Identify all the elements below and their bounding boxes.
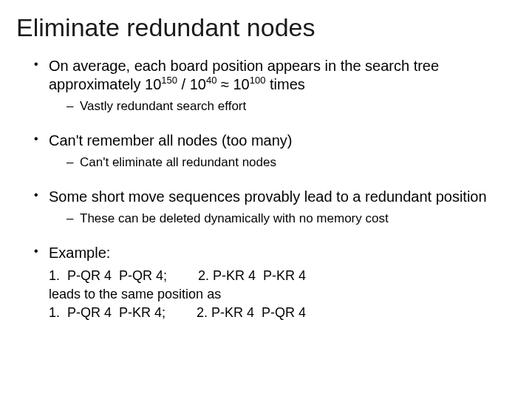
text: times <box>265 76 304 92</box>
bullet-1: On average, each board position appears … <box>33 57 510 115</box>
example-line-1: 1. P-QR 4 P-QR 4;2. P-KR 4 P-KR 4 <box>49 267 510 285</box>
text: leads to the same position as <box>49 287 221 301</box>
sub-bullet: Vastly redundant search effort <box>66 98 510 115</box>
sub-list: These can be deleted dynamically with no… <box>49 211 510 228</box>
bullet-4-example: Example: 1. P-QR 4 P-QR 4;2. P-KR 4 P-KR… <box>33 244 510 323</box>
sub-text: Vastly redundant search effort <box>80 99 246 113</box>
superscript: 40 <box>206 75 216 86</box>
bullet-3: Some short move sequences provably lead … <box>33 188 510 228</box>
sub-list: Can't eliminate all redundant nodes <box>49 154 510 171</box>
sub-text: Can't eliminate all redundant nodes <box>80 155 276 169</box>
bullet-2-text: Can't remember all nodes (too many) <box>49 132 293 149</box>
move-seq: 1. P-QR 4 P-KR 4; <box>49 305 166 320</box>
bullet-1-text: On average, each board position appears … <box>49 58 439 92</box>
move-seq: 1. P-QR 4 P-QR 4; <box>49 268 167 283</box>
bullet-4-text: Example: <box>49 245 110 261</box>
example-line-3: 1. P-QR 4 P-KR 4;2. P-KR 4 P-QR 4 <box>49 304 510 322</box>
move-seq: 2. P-KR 4 P-KR 4 <box>198 268 306 283</box>
bullet-3-text: Some short move sequences provably lead … <box>49 188 487 205</box>
move-seq: 2. P-KR 4 P-QR 4 <box>197 305 306 320</box>
sub-bullet: Can't eliminate all redundant nodes <box>66 154 510 171</box>
example-line-2: leads to the same position as <box>49 285 510 304</box>
superscript: 100 <box>250 75 266 86</box>
bullet-2: Can't remember all nodes (too many) Can'… <box>33 132 510 171</box>
sub-list: Vastly redundant search effort <box>49 98 510 115</box>
text: ≈ 10 <box>216 76 249 92</box>
superscript: 150 <box>161 75 177 86</box>
sub-text: These can be deleted dynamically with no… <box>80 211 389 225</box>
example-block: 1. P-QR 4 P-QR 4;2. P-KR 4 P-KR 4 leads … <box>49 267 510 323</box>
bullet-list: On average, each board position appears … <box>22 57 510 322</box>
text: / 10 <box>177 76 206 92</box>
sub-bullet: These can be deleted dynamically with no… <box>66 211 510 228</box>
slide-title: Eliminate redundant nodes <box>16 13 510 42</box>
